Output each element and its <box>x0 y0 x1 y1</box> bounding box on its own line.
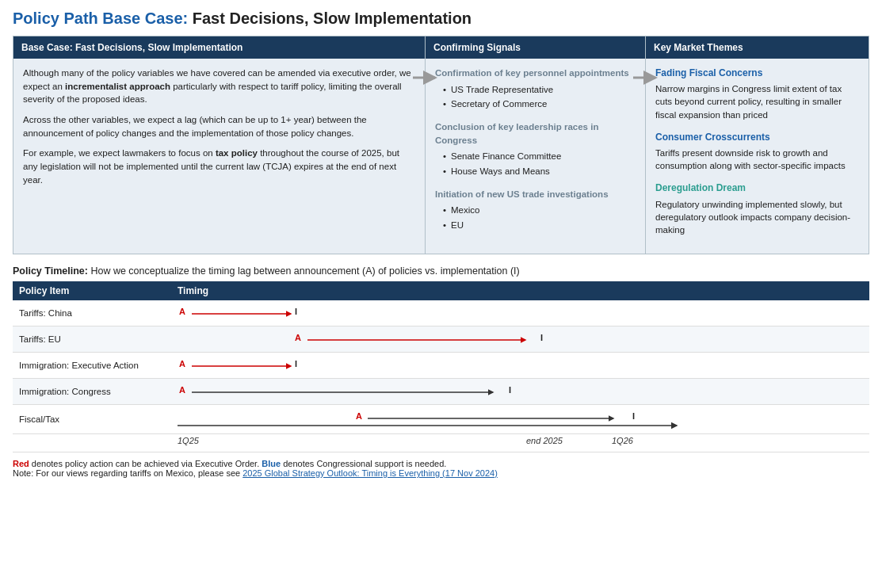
blue-text: denotes Congressional support is needed. <box>283 459 446 468</box>
i-label: I <box>632 411 635 421</box>
signal-group-2: Conclusion of key leadership races in Co… <box>435 120 636 178</box>
list-item: Senate Finance Committee <box>443 150 636 163</box>
title-bold: Fast Decisions, Slow Implementation <box>193 10 472 27</box>
list-item: Secretary of Commerce <box>443 97 636 111</box>
arrow-1 <box>411 67 440 91</box>
theme-3: Deregulation Dream Regulatory unwinding … <box>655 181 859 236</box>
row-timing: A I <box>171 326 869 352</box>
arrow-2 <box>632 67 660 91</box>
timeline-title-prefix: Policy Timeline: <box>13 265 88 277</box>
bar-fiscal: A I <box>178 409 863 430</box>
axis-empty <box>13 433 171 452</box>
row-timing: A I <box>171 378 869 404</box>
bar-imm-exec: A I <box>178 357 863 374</box>
row-label: Tariffs: China <box>13 300 171 326</box>
signal-group-1: Confirmation of key personnel appointmen… <box>435 67 636 111</box>
axis-arrow-svg <box>178 422 685 430</box>
bar-line-svg <box>307 337 537 343</box>
signal-list-2: Senate Finance Committee House Ways and … <box>435 150 636 178</box>
signal-list-3: Mexico EU <box>435 204 636 231</box>
signal-title-2: Conclusion of key leadership races in Co… <box>435 120 636 147</box>
base-case-column: Base Case: Fast Decisions, Slow Implemen… <box>13 36 426 254</box>
title-prefix: Policy Path Base Case: <box>13 10 188 27</box>
i-label: I <box>295 307 297 316</box>
col-timing-header: Timing <box>171 281 869 300</box>
confirming-content: Confirmation of key personnel appointmen… <box>426 59 645 250</box>
table-row: Immigration: Congress A I <box>13 378 869 404</box>
timeline-table: Policy Item Timing Tariffs: China A I <box>13 281 869 452</box>
i-label: I <box>540 333 543 342</box>
blue-label: Blue <box>262 459 281 468</box>
axis-label-1q26: 1Q26 <box>612 436 633 445</box>
row-label: Fiscal/Tax <box>13 404 171 433</box>
bar-line-svg <box>192 389 505 395</box>
timeline-title: Policy Timeline: How we conceptualize th… <box>13 265 869 277</box>
col-policy-header: Policy Item <box>13 281 171 300</box>
table-row: Immigration: Executive Action A I <box>13 352 869 378</box>
market-column: Key Market Themes Fading Fiscal Concerns… <box>646 36 869 254</box>
bar-imm-cong: A I <box>178 383 863 400</box>
theme-text-2: Tariffs present downside risk to growth … <box>655 147 859 172</box>
theme-title-3: Deregulation Dream <box>655 181 859 195</box>
timeline-section: Policy Timeline: How we conceptualize th… <box>13 265 869 452</box>
footer-line-1: Red denotes policy action can be achieve… <box>13 459 869 468</box>
axis-row: 1Q25 end 2025 1Q26 <box>13 433 869 452</box>
footnote-link[interactable]: 2025 Global Strategy Outlook: Timing is … <box>242 468 498 478</box>
a-label: A <box>295 333 301 342</box>
row-label: Immigration: Executive Action <box>13 352 171 378</box>
bar-line-svg <box>368 415 629 422</box>
base-case-header: Base Case: Fast Decisions, Slow Implemen… <box>13 36 425 59</box>
bar-line-svg <box>192 311 303 317</box>
footer-line-2: Note: For our views regarding tariffs on… <box>13 468 869 478</box>
table-row: Tariffs: EU A I <box>13 326 869 352</box>
bar-eu: A I <box>178 330 863 348</box>
page-title: Policy Path Base Case: Fast Decisions, S… <box>13 10 869 28</box>
signal-group-3: Initiation of new US trade investigation… <box>435 188 636 232</box>
top-section: Base Case: Fast Decisions, Slow Implemen… <box>13 36 869 254</box>
row-label: Immigration: Congress <box>13 378 171 404</box>
market-header: Key Market Themes <box>646 36 869 59</box>
confirming-column: Confirming Signals Confirmation of key p… <box>426 36 646 254</box>
row-timing: A I <box>171 404 869 433</box>
note-text: Note: For our views regarding tariffs on… <box>13 468 240 478</box>
red-label: Red <box>13 459 29 468</box>
row-timing: A I <box>171 300 869 326</box>
bar-line-svg <box>192 363 303 369</box>
signal-title-3: Initiation of new US trade investigation… <box>435 188 636 201</box>
axis-container: 1Q25 end 2025 1Q26 <box>178 436 863 449</box>
axis-labels: 1Q25 end 2025 1Q26 <box>171 433 869 452</box>
timeline-header-row: Policy Item Timing <box>13 281 869 300</box>
confirming-header: Confirming Signals <box>426 36 645 59</box>
list-item: Mexico <box>443 204 636 217</box>
row-label: Tariffs: EU <box>13 326 171 352</box>
signal-title-1: Confirmation of key personnel appointmen… <box>435 67 636 80</box>
footer-notes: Red denotes policy action can be achieve… <box>13 459 869 478</box>
base-para-1: Although many of the policy variables we… <box>23 67 415 106</box>
market-content: Fading Fiscal Concerns Narrow margins in… <box>646 59 869 254</box>
theme-text-3: Regulatory unwinding implemented slowly,… <box>655 198 859 236</box>
base-para-2: Across the other variables, we expect a … <box>23 113 415 139</box>
theme-title-1: Fading Fiscal Concerns <box>655 67 859 80</box>
timeline-title-desc: How we conceptualize the timing lag betw… <box>90 265 519 277</box>
arrow-1-svg <box>411 67 440 89</box>
i-label: I <box>509 385 511 395</box>
a-label: A <box>356 411 362 421</box>
theme-text-1: Narrow margins in Congress limit extent … <box>655 82 859 120</box>
signal-list-1: US Trade Representative Secretary of Com… <box>435 83 636 111</box>
base-case-content: Although many of the policy variables we… <box>13 59 425 201</box>
table-row: Tariffs: China A I <box>13 300 869 326</box>
axis-label-1q25: 1Q25 <box>178 436 199 445</box>
row-timing: A I <box>171 352 869 378</box>
bar-china: A I <box>178 304 863 322</box>
base-para-3: For example, we expect lawmakers to focu… <box>23 147 415 186</box>
table-row: Fiscal/Tax A I <box>13 404 869 433</box>
list-item: EU <box>443 219 636 232</box>
axis-label-end2025: end 2025 <box>526 436 563 445</box>
list-item: US Trade Representative <box>443 83 636 97</box>
a-label: A <box>179 359 185 368</box>
red-text: denotes policy action can be achieved vi… <box>32 459 259 468</box>
i-label: I <box>295 359 297 368</box>
theme-1: Fading Fiscal Concerns Narrow margins in… <box>655 67 859 121</box>
list-item: House Ways and Means <box>443 165 636 178</box>
a-label: A <box>179 307 185 316</box>
